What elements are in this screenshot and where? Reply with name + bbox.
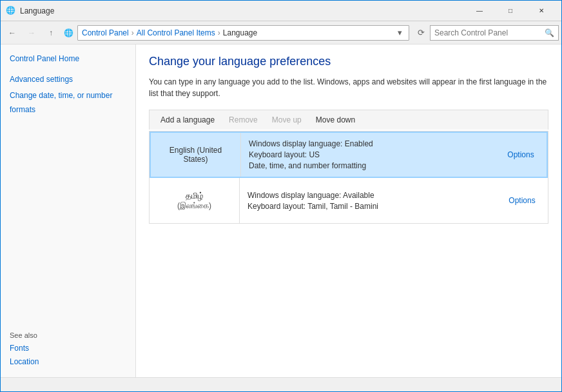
address-dropdown-button[interactable]: ▾ xyxy=(394,26,405,40)
see-also-heading: See also xyxy=(10,331,126,339)
language-info-cell: Windows display language: Enabled Keyboa… xyxy=(241,133,495,177)
window: 🌐 Language — □ ✕ ← → ↑ 🌐 Control Panel ›… xyxy=(0,0,562,392)
language-info-cell-2: Windows display language: Available Keyb… xyxy=(240,178,496,223)
move-up-button[interactable]: Move up xyxy=(265,113,309,127)
up-button[interactable]: ↑ xyxy=(42,24,60,42)
address-part-2: All Control Panel Items xyxy=(137,28,215,37)
close-button[interactable]: ✕ xyxy=(527,1,556,21)
address-sep-2: › xyxy=(218,28,220,37)
main-panel: Change your language preferences You can… xyxy=(136,44,561,377)
search-icon: 🔍 xyxy=(545,28,554,37)
minimize-button[interactable]: — xyxy=(465,1,494,21)
sidebar-link-home[interactable]: Control Panel Home xyxy=(10,52,126,66)
content-area: Control Panel Home Advanced settings Cha… xyxy=(1,44,561,377)
maximize-button[interactable]: □ xyxy=(496,1,525,21)
language-name-cell: English (United States) xyxy=(151,133,241,177)
nav-icon: 🌐 xyxy=(64,28,73,37)
remove-button[interactable]: Remove xyxy=(222,113,265,127)
language-name-cell-2: தமிழ் (இலங்கை) xyxy=(150,178,240,223)
page-description: You can type in any language you add to … xyxy=(149,76,548,99)
language-name-tamil: தமிழ் xyxy=(177,191,211,201)
address-sep-1: › xyxy=(131,28,134,37)
forward-button[interactable]: → xyxy=(23,24,41,42)
language-options-cell: Options xyxy=(495,133,547,177)
language-name-english: English (United xyxy=(170,146,222,155)
refresh-button[interactable]: ⟳ xyxy=(413,25,429,41)
address-part-3: Language xyxy=(223,28,257,37)
lang-info2-line2: Keyboard layout: Tamil, Tamil - Bamini xyxy=(247,202,489,211)
sidebar-link-datetime[interactable]: Change date, time, or number formats xyxy=(10,89,126,117)
options-link-1[interactable]: Options xyxy=(507,150,534,159)
language-options-cell-2: Options xyxy=(496,178,548,223)
add-language-button[interactable]: Add a language xyxy=(153,113,222,127)
table-row[interactable]: தமிழ் (இலங்கை) Windows display language:… xyxy=(150,178,548,223)
sidebar-link-advanced[interactable]: Advanced settings xyxy=(10,73,126,87)
status-bar xyxy=(1,377,561,391)
sidebar-link-fonts[interactable]: Fonts xyxy=(10,342,126,356)
move-down-button[interactable]: Move down xyxy=(309,113,362,127)
language-name-english-2: States) xyxy=(170,155,222,164)
language-name-tamil-2: (இலங்கை) xyxy=(177,201,211,210)
table-row[interactable]: English (United States) Windows display … xyxy=(150,132,548,178)
navigation-bar: ← → ↑ 🌐 Control Panel › All Control Pane… xyxy=(1,21,561,44)
lang-info-line3: Date, time, and number formatting xyxy=(249,161,487,170)
window-title: Language xyxy=(20,6,465,15)
title-bar-controls: — □ ✕ xyxy=(465,1,556,21)
lang-info2-line1: Windows display language: Available xyxy=(247,191,489,200)
sidebar-link-location[interactable]: Location xyxy=(10,355,126,369)
window-icon: 🌐 xyxy=(6,6,16,16)
address-bar[interactable]: Control Panel › All Control Panel Items … xyxy=(77,25,409,41)
options-link-2[interactable]: Options xyxy=(509,196,535,205)
lang-info-line1: Windows display language: Enabled xyxy=(249,139,487,148)
lang-info-line2: Keyboard layout: US xyxy=(249,150,487,159)
action-bar: Add a language Remove Move up Move down xyxy=(149,110,548,130)
address-part-1: Control Panel xyxy=(82,28,129,37)
back-button[interactable]: ← xyxy=(3,24,21,42)
language-list: English (United States) Windows display … xyxy=(149,131,548,224)
title-bar: 🌐 Language — □ ✕ xyxy=(1,1,561,21)
page-title: Change your language preferences xyxy=(149,55,548,68)
sidebar: Control Panel Home Advanced settings Cha… xyxy=(1,44,136,377)
search-box: 🔍 xyxy=(430,25,559,41)
search-input[interactable] xyxy=(434,28,542,37)
